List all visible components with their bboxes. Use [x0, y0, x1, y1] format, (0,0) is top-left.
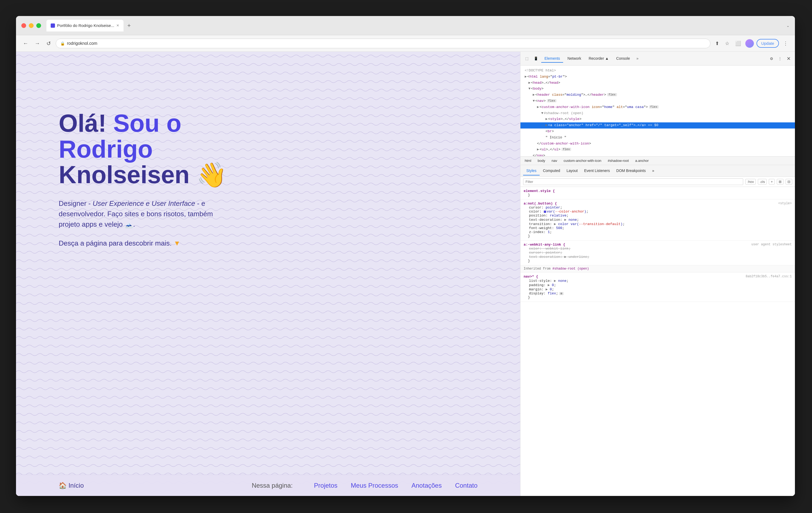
recorder-tab[interactable]: Recorder ▲ — [585, 55, 612, 63]
elements-tab[interactable]: Elements — [541, 55, 563, 63]
nav-links: Projetos Meus Processos Anotações Contat… — [314, 482, 477, 489]
hero-greeting: Olá! — [59, 110, 107, 137]
bc-sep-4 — [604, 158, 605, 163]
breadcrumb-bar: html body nav custom-anchor-with-icon #s… — [520, 156, 795, 165]
device-mode-button[interactable]: 📱 — [532, 56, 540, 62]
reload-button[interactable]: ↺ — [45, 39, 53, 48]
styles-tab[interactable]: Styles — [523, 167, 540, 176]
css-rules-panel[interactable]: element.style { } <style> a:not(.button)… — [520, 187, 795, 496]
profile-avatar[interactable] — [745, 39, 754, 48]
more-tabs-indicator[interactable]: » — [634, 56, 640, 62]
dom-line-body[interactable]: ▼<body> — [520, 86, 795, 92]
hero-section: Olá! Sou o Rodrigo Knolseisen 👋 Designer… — [59, 110, 227, 247]
tab-title: Portfólio do Rodrigo Knolseise... — [57, 23, 114, 28]
css-prop-cursor: cursor: pointer; — [524, 206, 792, 210]
breadcrumb-shadow-root[interactable]: #shadow-root — [606, 158, 630, 163]
styles-tabs-bar: Styles Computed Layout Event Listeners D… — [520, 165, 795, 177]
devtools-toolbar: ⬚ 📱 Elements Network Recorder ▲ Console … — [520, 52, 795, 66]
css-selector: element.style { — [524, 189, 555, 193]
back-button[interactable]: ← — [21, 39, 30, 48]
event-listeners-tab[interactable]: Event Listeners — [581, 167, 613, 176]
dom-line-br[interactable]: <br> — [520, 128, 795, 134]
dom-viewer[interactable]: <!DOCTYPE html> ▶<html lang="pt-br"> ▶<h… — [520, 66, 795, 156]
cls-filter-button[interactable]: .cls — [758, 179, 767, 184]
more-styles-tabs[interactable]: » — [649, 167, 658, 176]
traffic-lights — [21, 23, 41, 28]
dom-breakpoints-tab[interactable]: DOM Breakpoints — [613, 167, 649, 176]
dom-line-ul[interactable]: ▶<ul>…</ul>flex — [520, 147, 795, 153]
dom-line-style[interactable]: ▶<style>…</style> — [520, 116, 795, 122]
hov-filter-button[interactable]: :hov — [745, 179, 756, 184]
nav-link-anotacoes[interactable]: Anotações — [412, 482, 442, 489]
bc-sep-2 — [548, 158, 549, 163]
dom-line-custom-anchor-close[interactable]: </custom-anchor-with-icon> — [520, 141, 795, 147]
devtools-toolbar-right: ⚙ ⋮ ✕ — [768, 55, 792, 63]
add-style-rule-button[interactable]: + — [769, 179, 775, 184]
dom-line-header[interactable]: ▶<header class="molding">…</header>flex — [520, 92, 795, 98]
css-prop-padding: padding: ▶ 0; — [524, 283, 792, 287]
bookmark-button[interactable]: ☆ — [723, 39, 731, 48]
dom-line-nav[interactable]: ▼<nav>flex — [520, 98, 795, 104]
forward-button[interactable]: → — [33, 39, 41, 48]
styles-filter-input[interactable] — [523, 178, 743, 185]
close-devtools-button[interactable]: ✕ — [785, 55, 792, 63]
layout-tab[interactable]: Layout — [563, 167, 581, 176]
element-picker-button[interactable]: ⬚ — [523, 56, 530, 62]
css-source-nav: 8ab2f18c3b5..fe4a7.css:1 — [746, 275, 792, 278]
bc-sep-1 — [534, 158, 535, 163]
hero-name-first: Rodrigo — [59, 135, 153, 163]
nav-page-label: Nessa página: — [252, 482, 293, 489]
lock-icon: 🔒 — [60, 41, 65, 46]
toggle-element-state-button[interactable]: ⊞ — [777, 179, 783, 184]
chevron-down-icon[interactable]: ⌄ — [786, 24, 790, 28]
breadcrumb-html[interactable]: html — [523, 158, 533, 163]
nav-link-contato[interactable]: Contato — [455, 482, 477, 489]
reading-list-button[interactable]: ⬜ — [733, 39, 743, 48]
navigation-bar: ← → ↺ 🔒 rodrigoknol.com ⬆ ☆ ⬜ Update ⋮ — [16, 35, 795, 52]
browser-tab-active[interactable]: Portfólio do Rodrigo Knolseise... ✕ — [47, 20, 123, 31]
dom-line-html[interactable]: ▶<html lang="pt-br"> — [520, 74, 795, 80]
dom-line-nav-close[interactable]: </nav> — [520, 153, 795, 156]
nav-home-link[interactable]: 🏠 Início — [59, 482, 84, 489]
nav-link-processos[interactable]: Meus Processos — [351, 482, 398, 489]
dom-line-head[interactable]: ▶<head>…</head> — [520, 80, 795, 86]
minimize-traffic-light[interactable] — [29, 23, 34, 28]
breadcrumb-anchor[interactable]: a.anchor — [634, 158, 650, 163]
css-prop-position: position: relative; — [524, 214, 792, 218]
more-options-button[interactable]: ⋮ — [777, 56, 783, 62]
browser-window: Portfólio do Rodrigo Knolseise... ✕ + ⌄ … — [16, 16, 795, 496]
nav-link-projetos[interactable]: Projetos — [314, 482, 338, 489]
update-button[interactable]: Update — [756, 39, 779, 48]
css-selector-anot: a:not(.button) { — [524, 202, 557, 206]
new-tab-button[interactable]: + — [124, 21, 134, 30]
tab-bar: Portfólio do Rodrigo Knolseise... ✕ + — [47, 20, 786, 31]
dom-line-shadow-root[interactable]: ▼#shadow-root (open) — [520, 110, 795, 117]
website-content: Olá! Sou o Rodrigo Knolseisen 👋 Designer… — [16, 52, 520, 496]
css-prop-margin: margin: ▶ 0; — [524, 287, 792, 292]
computed-style-button[interactable]: ⊟ — [786, 179, 792, 184]
dom-line-inicio-text[interactable]: " Início " — [520, 134, 795, 141]
css-rule-webkit: user agent stylesheet a:-webkit-any-link… — [520, 241, 795, 265]
share-button[interactable]: ⬆ — [714, 39, 721, 48]
css-prop-webkit-color: color: -webkit-link; — [524, 247, 792, 251]
breadcrumb-custom-anchor[interactable]: custom-anchor-with-icon — [562, 158, 603, 163]
breadcrumb-nav[interactable]: nav — [550, 158, 559, 163]
computed-tab[interactable]: Computed — [540, 167, 563, 176]
tab-close-button[interactable]: ✕ — [116, 24, 119, 27]
dom-line-anchor-selected[interactable]: … ▶<a class="anchor" href="/" target="_s… — [520, 122, 795, 128]
wave-emoji: 👋 — [196, 161, 227, 188]
dom-line-custom-anchor[interactable]: ▶<custom-anchor-with-icon icon="home" al… — [520, 104, 795, 110]
address-bar[interactable]: 🔒 rodrigoknol.com — [56, 39, 710, 48]
close-traffic-light[interactable] — [21, 23, 26, 28]
browser-menu-button[interactable]: ⋮ — [782, 39, 790, 48]
bc-sep-3 — [560, 158, 561, 163]
hero-title: Olá! Sou o Rodrigo Knolseisen 👋 — [59, 110, 227, 188]
styles-filter-bar: :hov .cls + ⊞ ⊟ — [520, 177, 795, 187]
breadcrumb-body[interactable]: body — [536, 158, 547, 163]
fullscreen-traffic-light[interactable] — [36, 23, 41, 28]
css-prop-display: display: flex;⊞ — [524, 292, 792, 295]
settings-button[interactable]: ⚙ — [768, 56, 775, 62]
console-tab[interactable]: Console — [613, 55, 633, 63]
dom-line-doctype: <!DOCTYPE html> — [520, 68, 795, 74]
network-tab[interactable]: Network — [564, 55, 584, 63]
